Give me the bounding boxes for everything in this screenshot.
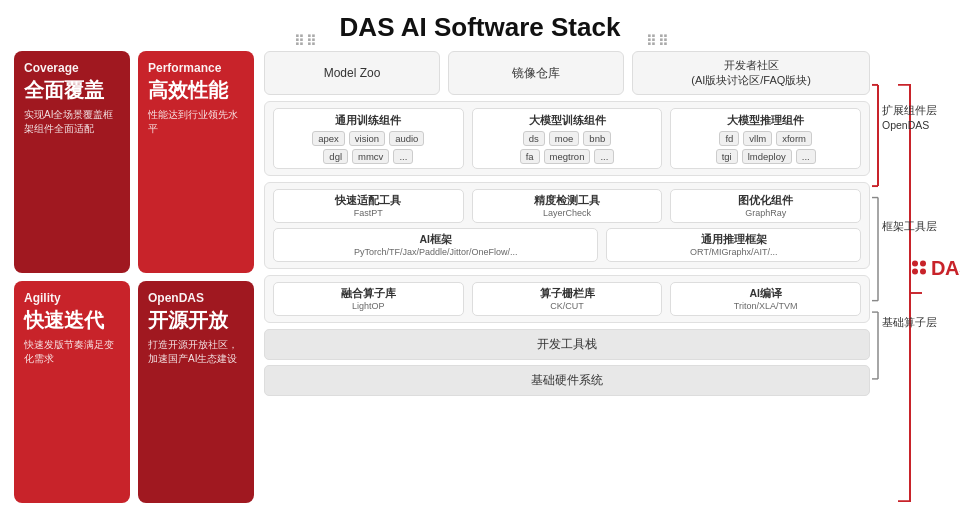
general-train-group: 通用训练组件 apex vision audio dgl mmcv ...: [273, 108, 464, 169]
tag-fa: fa: [520, 149, 540, 164]
agility-card: Agility 快速迭代 快速发版节奏满足变化需求: [14, 281, 130, 503]
agility-title: 快速迭代: [24, 307, 120, 334]
tag-fd: fd: [719, 131, 739, 146]
framework-layer-label: 框架工具层: [882, 219, 937, 234]
op-lib-sub: CK/CUT: [481, 301, 654, 311]
opendas-label: OpenDAS: [148, 291, 244, 305]
coverage-label: Coverage: [24, 61, 120, 75]
large-infer-title: 大模型推理组件: [677, 113, 854, 128]
performance-label: Performance: [148, 61, 244, 75]
model-zoo-box: Model Zoo: [264, 51, 440, 95]
fusion-lib-box: 融合算子库 LightOP: [273, 282, 464, 316]
ai-framework-title: AI框架: [282, 233, 589, 247]
performance-desc: 性能达到行业领先水平: [148, 108, 244, 136]
expand-section: 通用训练组件 apex vision audio dgl mmcv ...: [264, 101, 870, 176]
layercheck-title: 精度检测工具: [481, 194, 654, 208]
infer-framework-title: 通用推理框架: [615, 233, 852, 247]
fusion-lib-title: 融合算子库: [282, 287, 455, 301]
dot-grid-left: [294, 22, 314, 36]
das-logo: DAS: [912, 256, 960, 279]
top-row: Model Zoo 镜像仓库 开发者社区(AI版块讨论区/FAQ版块): [264, 51, 870, 95]
large-train-title: 大模型训练组件: [479, 113, 656, 128]
tag-ds: ds: [523, 131, 545, 146]
base-hardware-bar: 基础硬件系统: [264, 365, 870, 396]
left-panel: Coverage 全面覆盖 实现AI全场景覆盖框架组件全面适配 Performa…: [14, 51, 254, 503]
tag-moe: moe: [549, 131, 579, 146]
tag-megtron: megtron: [544, 149, 591, 164]
page-container: DAS AI Software Stack Coverage 全面覆盖 实现AI…: [0, 0, 960, 512]
tag-dgl: dgl: [323, 149, 348, 164]
annotation-brace-svg: [870, 83, 940, 503]
tag-ellipsis-0: ...: [393, 149, 413, 164]
right-content: Model Zoo 镜像仓库 开发者社区(AI版块讨论区/FAQ版块): [264, 51, 870, 503]
dev-toolchain-bar: 开发工具栈: [264, 329, 870, 360]
tag-ellipsis-1: ...: [594, 149, 614, 164]
tag-mmcv: mmcv: [352, 149, 389, 164]
performance-title: 高效性能: [148, 77, 244, 104]
opendas-title: 开源开放: [148, 307, 244, 334]
ai-framework-box: AI框架 PyTorch/TF/Jax/Paddle/Jittor/OneFlo…: [273, 228, 598, 262]
tag-lmdeploy: lmdeploy: [742, 149, 792, 164]
agility-desc: 快速发版节奏满足变化需求: [24, 338, 120, 366]
large-train-group: 大模型训练组件 ds moe bnb fa megtron ...: [472, 108, 663, 169]
framework-section: 快速适配工具 FastPT 精度检测工具 LayerCheck 图优化组件 Gr…: [264, 182, 870, 269]
graphray-title: 图优化组件: [679, 194, 852, 208]
dot-grid-right: [646, 22, 666, 36]
infer-framework-sub: ORT/MIGraphx/AIT/...: [615, 247, 852, 257]
page-title: DAS AI Software Stack: [0, 0, 960, 51]
annotation-column: 扩展组件层OpenDAS 框架工具层 基础算子层: [870, 51, 946, 503]
tag-tgi: tgi: [716, 149, 738, 164]
ai-compile-box: AI编译 Triton/XLA/TVM: [670, 282, 861, 316]
op-lib-box: 算子栅栏库 CK/CUT: [472, 282, 663, 316]
fastpt-box: 快速适配工具 FastPT: [273, 189, 464, 223]
opendas-desc: 打造开源开放社区，加速国产AI生态建设: [148, 338, 244, 366]
layercheck-box: 精度检测工具 LayerCheck: [472, 189, 663, 223]
performance-card: Performance 高效性能 性能达到行业领先水平: [138, 51, 254, 273]
general-train-title: 通用训练组件: [280, 113, 457, 128]
coverage-desc: 实现AI全场景覆盖框架组件全面适配: [24, 108, 120, 136]
ai-compile-title: AI编译: [679, 287, 852, 301]
fastpt-sub: FastPT: [282, 208, 455, 218]
fusion-lib-sub: LightOP: [282, 301, 455, 311]
coverage-card: Coverage 全面覆盖 实现AI全场景覆盖框架组件全面适配: [14, 51, 130, 273]
tag-ellipsis-2: ...: [796, 149, 816, 164]
tag-vllm: vllm: [743, 131, 772, 146]
opendas-card: OpenDAS 开源开放 打造开源开放社区，加速国产AI生态建设: [138, 281, 254, 503]
large-infer-group: 大模型推理组件 fd vllm xform tgi lmdeploy ...: [670, 108, 861, 169]
coverage-title: 全面覆盖: [24, 77, 120, 104]
fastpt-title: 快速适配工具: [282, 194, 455, 208]
das-logo-text: DAS: [931, 256, 960, 279]
infer-framework-box: 通用推理框架 ORT/MIGraphx/AIT/...: [606, 228, 861, 262]
tag-audio: audio: [389, 131, 424, 146]
dev-community-box: 开发者社区(AI版块讨论区/FAQ版块): [632, 51, 870, 95]
base-layer-label: 基础算子层: [882, 315, 937, 330]
tag-xform: xform: [776, 131, 812, 146]
tag-bnb: bnb: [583, 131, 611, 146]
ai-framework-sub: PyTorch/TF/Jax/Paddle/Jittor/OneFlow/...: [282, 247, 589, 257]
graphray-sub: GraphRay: [679, 208, 852, 218]
tag-apex: apex: [312, 131, 345, 146]
tag-vision: vision: [349, 131, 385, 146]
layercheck-sub: LayerCheck: [481, 208, 654, 218]
agility-label: Agility: [24, 291, 120, 305]
bottom-bars: 开发工具栈 基础硬件系统: [264, 329, 870, 396]
ai-compile-sub: Triton/XLA/TVM: [679, 301, 852, 311]
op-lib-title: 算子栅栏库: [481, 287, 654, 301]
mirror-repo-box: 镜像仓库: [448, 51, 624, 95]
expand-layer-label: 扩展组件层OpenDAS: [882, 103, 937, 132]
graphray-box: 图优化组件 GraphRay: [670, 189, 861, 223]
base-section: 融合算子库 LightOP 算子栅栏库 CK/CUT AI编译 Triton/X…: [264, 275, 870, 323]
